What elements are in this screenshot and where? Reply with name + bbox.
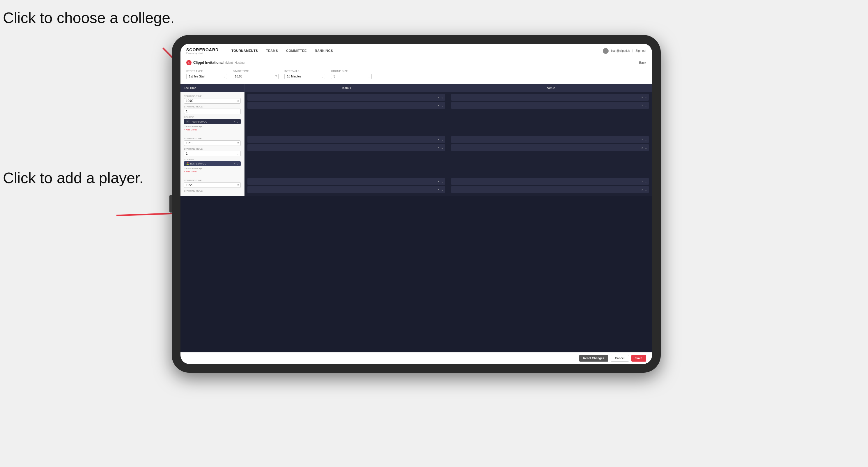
annotation-choose-college: Click to choose a college. <box>3 9 175 27</box>
start-time-input-wrapper: ⏱ <box>233 73 279 79</box>
player-remove-2-1[interactable]: × <box>437 138 439 141</box>
add-group-link-1[interactable]: + Add Group <box>184 128 241 131</box>
player-expand-3-2[interactable]: ⌄ <box>441 188 443 191</box>
nav-tab-tournaments[interactable]: TOURNAMENTS <box>227 44 262 58</box>
hole-select-wrapper-1: 1 10 <box>184 108 241 114</box>
side-handle <box>169 195 172 213</box>
nav-tab-teams[interactable]: TEAMS <box>262 44 282 58</box>
player-row-2-4[interactable]: × ⌄ <box>451 144 649 151</box>
add-group-link-2[interactable]: + Add Group <box>184 170 241 173</box>
start-time-label: Start Time <box>233 70 279 72</box>
time-input-2[interactable] <box>184 140 241 146</box>
hole-select-1[interactable]: 1 10 <box>184 108 241 114</box>
schedule-group-3: STARTING TIME: ⏱ STARTING HOLE: × ⌄ × <box>181 176 652 196</box>
reset-changes-button[interactable]: Reset Changes <box>579 355 608 362</box>
player-expand-1-2[interactable]: ⌄ <box>441 104 443 107</box>
player-expand-1-1[interactable]: ⌄ <box>441 96 443 99</box>
player-expand-1-3[interactable]: ⌄ <box>645 96 647 99</box>
player-row-3-4[interactable]: × ⌄ <box>451 186 649 193</box>
save-button[interactable]: Save <box>631 355 646 362</box>
time-input-wrapper-3: ⏱ <box>184 182 241 188</box>
form-row: Start Type 1st Tee Start Shotgun Start S… <box>181 67 652 84</box>
player-remove-3-1[interactable]: × <box>437 180 439 183</box>
player-row-1-4[interactable]: × ⌄ <box>451 102 649 109</box>
start-time-group: Start Time ⏱ <box>233 70 279 81</box>
player-remove-1-3[interactable]: × <box>641 96 643 99</box>
player-row-1-3[interactable]: × ⌄ <box>451 94 649 101</box>
group-2-team1: × ⌄ × ⌄ <box>245 134 448 176</box>
cancel-button[interactable]: Cancel <box>611 355 629 362</box>
time-input-3[interactable] <box>184 182 241 188</box>
course-close-2[interactable]: × <box>234 162 236 165</box>
player-row-2-3[interactable]: × ⌄ <box>451 136 649 143</box>
group-3-left: STARTING TIME: ⏱ STARTING HOLE: <box>181 176 245 196</box>
sign-out-link[interactable]: Sign out <box>636 49 646 53</box>
player-expand-1-4[interactable]: ⌄ <box>645 104 647 107</box>
time-input-1[interactable] <box>184 98 241 104</box>
nav-tab-committee[interactable]: COMMITTEE <box>282 44 311 58</box>
group-size-select-wrapper: 3 4 <box>331 73 372 79</box>
player-row-1-1[interactable]: × ⌄ <box>247 94 445 101</box>
scoreboard-logo: SCOREBOARD Powered by clippd <box>186 48 219 54</box>
remove-add-links-2: ○ Remove Group + Add Group <box>184 167 241 173</box>
hole-select-2[interactable]: 1 10 <box>184 151 241 156</box>
player-remove-2-2[interactable]: × <box>437 146 439 149</box>
player-row-1-2[interactable]: × ⌄ <box>247 102 445 109</box>
logo-title: SCOREBOARD <box>186 48 219 52</box>
course-row-1[interactable]: A Peachtree GC × ⌄ <box>184 119 241 124</box>
player-remove-1-1[interactable]: × <box>437 96 439 99</box>
player-remove-1-4[interactable]: × <box>641 104 643 107</box>
intervals-select-wrapper: 10 Minutes 5 Minutes <box>284 73 325 79</box>
start-type-select[interactable]: 1st Tee Start Shotgun Start <box>186 74 227 79</box>
group-size-select[interactable]: 3 4 <box>331 74 372 79</box>
th-tee-time: Tee Time <box>181 84 245 92</box>
player-remove-3-2[interactable]: × <box>437 188 439 191</box>
tablet-screen: SCOREBOARD Powered by clippd TOURNAMENTS… <box>181 44 652 364</box>
player-row-3-1[interactable]: × ⌄ <box>247 178 445 185</box>
player-expand-2-3[interactable]: ⌄ <box>645 138 647 141</box>
player-expand-2-2[interactable]: ⌄ <box>441 146 443 149</box>
player-expand-3-3[interactable]: ⌄ <box>645 180 647 183</box>
player-remove-1-2[interactable]: × <box>437 104 439 107</box>
th-team1: Team 1 <box>245 84 448 92</box>
clock-icon: ⏱ <box>275 75 277 78</box>
course-badge-1: A <box>186 120 189 123</box>
remove-group-link-2[interactable]: ○ Remove Group <box>184 167 241 170</box>
player-row-2-2[interactable]: × ⌄ <box>247 144 445 151</box>
course-expand-2[interactable]: ⌄ <box>237 162 239 165</box>
course-expand-1[interactable]: ⌄ <box>237 120 239 123</box>
player-row-2-1[interactable]: × ⌄ <box>247 136 445 143</box>
player-expand-2-1[interactable]: ⌄ <box>441 138 443 141</box>
course-row-2[interactable]: ⛳ East Lake GC × ⌄ <box>184 161 241 166</box>
clock-icon-3: ⏱ <box>237 184 239 187</box>
start-time-input[interactable] <box>233 74 279 79</box>
app-header: SCOREBOARD Powered by clippd TOURNAMENTS… <box>181 44 652 58</box>
intervals-select[interactable]: 10 Minutes 5 Minutes <box>284 74 325 79</box>
table-header: Tee Time Team 1 Team 2 <box>181 84 652 92</box>
player-remove-3-4[interactable]: × <box>641 188 643 191</box>
player-row-3-2[interactable]: × ⌄ <box>247 186 445 193</box>
player-row-3-3[interactable]: × ⌄ <box>451 178 649 185</box>
nav-tab-rankings[interactable]: RANKINGS <box>311 44 337 58</box>
breadcrumb: C Clippd Invitational (Men) Hosting <box>186 60 245 65</box>
player-remove-3-3[interactable]: × <box>641 180 643 183</box>
start-type-group: Start Type 1st Tee Start Shotgun Start <box>186 70 227 81</box>
schedule-group-1: STARTING TIME: ⏱ STARTING HOLE: 1 10 COU… <box>181 92 652 134</box>
time-input-wrapper-2: ⏱ <box>184 140 241 146</box>
player-expand-2-4[interactable]: ⌄ <box>645 146 647 149</box>
schedule-rows: STARTING TIME: ⏱ STARTING HOLE: 1 10 COU… <box>181 92 652 352</box>
course-label-2: COURSE: <box>184 158 241 161</box>
course-close-1[interactable]: × <box>234 120 236 123</box>
group-size-group: Group Size 3 4 <box>331 70 372 81</box>
clippd-icon: C <box>186 60 191 65</box>
remove-group-link-1[interactable]: ○ Remove Group <box>184 125 241 128</box>
player-expand-3-1[interactable]: ⌄ <box>441 180 443 183</box>
app-footer: Reset Changes Cancel Save <box>181 352 652 364</box>
player-remove-2-3[interactable]: × <box>641 138 643 141</box>
back-button[interactable]: Back <box>639 61 646 64</box>
intervals-group: Intervals 10 Minutes 5 Minutes <box>284 70 325 81</box>
course-name-2: East Lake GC <box>190 162 206 165</box>
player-remove-2-4[interactable]: × <box>641 146 643 149</box>
start-type-select-wrapper: 1st Tee Start Shotgun Start <box>186 73 227 79</box>
player-expand-3-4[interactable]: ⌄ <box>645 188 647 191</box>
